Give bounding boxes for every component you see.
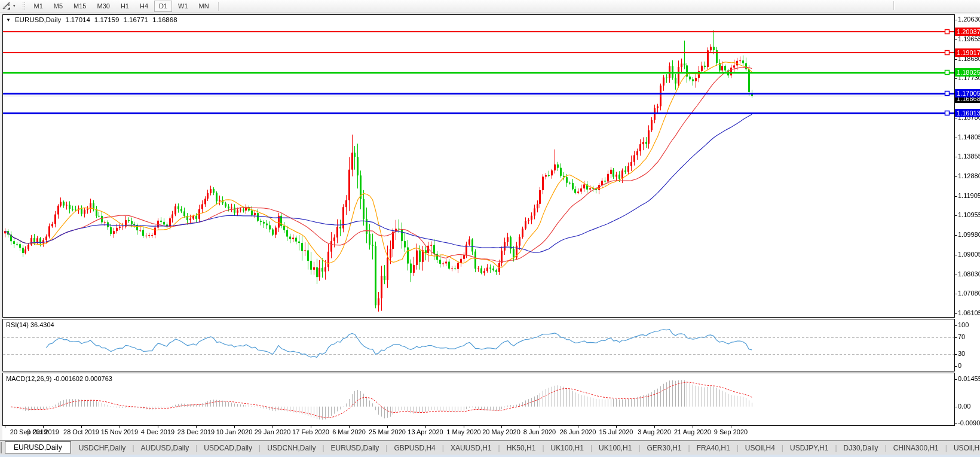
timeframe-button-d1[interactable]: D1 (154, 1, 172, 12)
chart-cursor-icon (2, 2, 11, 10)
chart-tab-usdcad-daily[interactable]: USDCAD,Daily (197, 443, 259, 453)
timeframe-button-m1[interactable]: M1 (29, 1, 48, 12)
chart-tab-uk100-h1[interactable]: UK100,H1 (544, 443, 590, 453)
timeframe-button-m15[interactable]: M15 (69, 1, 91, 12)
toolbar: ▾ M1M5M15M30H1H4D1W1MN (0, 0, 980, 13)
chevron-down-icon: ▾ (13, 4, 16, 8)
toolbar-separator (218, 2, 219, 11)
chart-tab-fra40-h1[interactable]: FRA40,H1 (690, 443, 737, 453)
chart-tab-xauusd-h1[interactable]: XAUUSD,H1 (444, 443, 498, 453)
chart-tab-usdjpy-h1[interactable]: USDJPY,H1 (783, 443, 835, 453)
chart-tab-audusd-daily[interactable]: AUDUSD,Daily (134, 443, 196, 453)
one-click-collapse-icon[interactable]: ▼ (6, 17, 11, 23)
bottom-strip (0, 455, 980, 457)
chart-tab-usoil-h1[interactable]: USOil,H1 (947, 443, 980, 453)
timeframe-button-w1[interactable]: W1 (173, 1, 193, 12)
timeframe-button-m5[interactable]: M5 (49, 1, 68, 12)
timeframe-button-m30[interactable]: M30 (92, 1, 114, 12)
chart-tab-ger30-h1[interactable]: GER30,H1 (641, 443, 688, 453)
chart-tab-eurusd-daily[interactable]: EURUSD,Daily (5, 441, 71, 453)
chart-tab-usoil-h4[interactable]: USOil,H4 (739, 443, 782, 453)
toolbar-separator (893, 1, 894, 10)
toolbar-grip[interactable] (22, 2, 25, 10)
chart-tab-dj30-daily[interactable]: DJ30,Daily (837, 443, 885, 453)
tabbar-notch (1, 442, 2, 453)
chart-tab-usdchf-daily[interactable]: USDCHF,Daily (72, 443, 133, 453)
chart-tab-usdcnh-daily[interactable]: USDCNH,Daily (261, 443, 322, 453)
mt4-trading-window: ▾ M1M5M15M30H1H4D1W1MN ▼ EURUSD,Daily 1.… (0, 0, 980, 457)
chart-cursor-tool-button[interactable]: ▾ (0, 1, 17, 11)
timeframe-button-h1[interactable]: H1 (116, 1, 134, 12)
chart-tabs-bar: EURUSD,DailyUSDCHF,Daily|AUDUSD,Daily|US… (0, 440, 980, 455)
chart-tab-uk100-h1[interactable]: UK100,H1 (592, 443, 638, 453)
chart-tab-china300-h1[interactable]: CHINA300,H1 (887, 443, 945, 453)
chart-tab-eurusd-daily[interactable]: EURUSD,Daily (324, 443, 386, 453)
timeframe-button-group: M1M5M15M30H1H4D1W1MN (29, 1, 215, 12)
timeframe-button-h4[interactable]: H4 (135, 1, 153, 12)
chart-tab-gbpusd-h4[interactable]: GBPUSD,H4 (387, 443, 442, 453)
timeframe-button-mn[interactable]: MN (194, 1, 214, 12)
price-chart-canvas[interactable] (0, 0, 980, 457)
chart-tab-hk50-h1[interactable]: HK50,H1 (500, 443, 543, 453)
